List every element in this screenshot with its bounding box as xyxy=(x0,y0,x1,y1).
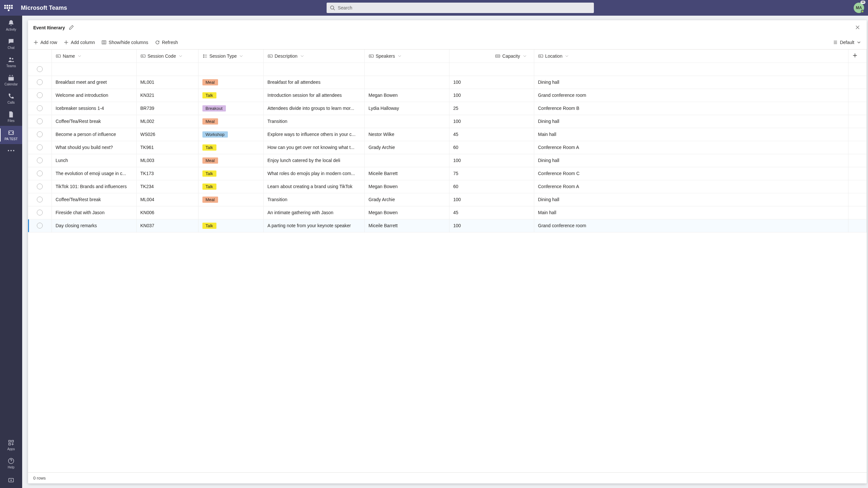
cell-location[interactable]: Grand conference room xyxy=(534,89,848,102)
cell-select[interactable] xyxy=(28,102,52,115)
cell-desc[interactable]: A parting note from your keynote speaker xyxy=(264,219,364,232)
cell-name[interactable]: The evolution of emoji usage in c... xyxy=(52,167,136,180)
cell-select[interactable] xyxy=(28,219,52,232)
add-column-header[interactable] xyxy=(848,50,867,63)
cell-capacity[interactable]: 100 xyxy=(449,75,534,89)
rail-teams[interactable]: Teams xyxy=(0,53,22,71)
cell-speakers[interactable]: Miceile Barrett xyxy=(364,219,449,232)
cell-speakers[interactable]: Nestor Wilke xyxy=(364,128,449,141)
row-checkbox[interactable] xyxy=(37,171,43,176)
filter-capacity[interactable] xyxy=(449,63,534,75)
rail-chat[interactable]: Chat xyxy=(0,35,22,53)
cell-capacity[interactable]: 100 xyxy=(449,193,534,206)
row-checkbox[interactable] xyxy=(37,79,43,85)
cell-code[interactable]: KN037 xyxy=(136,219,198,232)
cell-code[interactable]: KN321 xyxy=(136,89,198,102)
rail-apps[interactable]: Apps xyxy=(0,436,22,454)
cell-desc[interactable]: An intimate gathering with Jason xyxy=(264,206,364,219)
table-row[interactable]: LunchML003MealEnjoy lunch catered by the… xyxy=(28,154,867,167)
cell-speakers[interactable]: Grady Archie xyxy=(364,141,449,154)
cell-desc[interactable]: Explore ways to influence others in your… xyxy=(264,128,364,141)
cell-location[interactable]: Conference Room A xyxy=(534,180,848,193)
row-checkbox[interactable] xyxy=(37,92,43,98)
edit-title-button[interactable] xyxy=(69,25,74,31)
cell-speakers[interactable]: Lydia Halloway xyxy=(364,102,449,115)
cell-name[interactable]: Icebreaker sessions 1-4 xyxy=(52,102,136,115)
cell-select[interactable] xyxy=(28,75,52,89)
cell-type[interactable]: Talk xyxy=(198,219,264,232)
filter-type[interactable] xyxy=(198,63,264,75)
cell-type[interactable]: Talk xyxy=(198,89,264,102)
cell-select[interactable] xyxy=(28,115,52,128)
row-checkbox[interactable] xyxy=(37,210,43,215)
cell-location[interactable]: Dining hall xyxy=(534,193,848,206)
close-button[interactable] xyxy=(854,24,862,32)
user-avatar[interactable]: 99 MA xyxy=(854,3,864,13)
col-desc[interactable]: Description xyxy=(264,50,364,63)
row-checkbox[interactable] xyxy=(37,131,43,137)
table-row[interactable]: Icebreaker sessions 1-4BR739BreakoutAtte… xyxy=(28,102,867,115)
cell-desc[interactable]: Introduction session for all attendees xyxy=(264,89,364,102)
cell-select[interactable] xyxy=(28,154,52,167)
cell-location[interactable]: Main hall xyxy=(534,128,848,141)
cell-type[interactable]: Meal xyxy=(198,193,264,206)
cell-name[interactable]: Fireside chat with Jason xyxy=(52,206,136,219)
cell-speakers[interactable]: Miceile Barrett xyxy=(364,167,449,180)
cell-name[interactable]: Become a person of influence xyxy=(52,128,136,141)
rail-calendar[interactable]: Calendar xyxy=(0,71,22,89)
cell-capacity[interactable]: 75 xyxy=(449,167,534,180)
add-row-button[interactable]: Add row xyxy=(33,38,58,46)
row-checkbox[interactable] xyxy=(37,144,43,150)
row-checkbox[interactable] xyxy=(37,157,43,163)
rail-activity[interactable]: Activity xyxy=(0,16,22,35)
cell-code[interactable]: ML003 xyxy=(136,154,198,167)
table-row[interactable]: What should you build next?TK961TalkHow … xyxy=(28,141,867,154)
cell-speakers[interactable]: Megan Bowen xyxy=(364,206,449,219)
cell-desc[interactable]: Transition xyxy=(264,115,364,128)
cell-desc[interactable]: Breakfast for all attendees xyxy=(264,75,364,89)
table-row[interactable]: Day closing remarksKN037TalkA parting no… xyxy=(28,219,867,232)
cell-location[interactable]: Conference Room A xyxy=(534,141,848,154)
cell-speakers[interactable]: Megan Bowen xyxy=(364,180,449,193)
cell-speakers[interactable] xyxy=(364,115,449,128)
filter-name[interactable] xyxy=(52,63,136,75)
cell-code[interactable]: TK234 xyxy=(136,180,198,193)
cell-capacity[interactable]: 60 xyxy=(449,180,534,193)
cell-type[interactable]: Talk xyxy=(198,167,264,180)
col-location[interactable]: Location xyxy=(534,50,848,63)
cell-type[interactable]: Meal xyxy=(198,75,264,89)
rail-help[interactable]: Help xyxy=(0,454,22,472)
rail-pa-test[interactable]: PA TEST xyxy=(0,126,22,144)
cell-select[interactable] xyxy=(28,193,52,206)
cell-desc[interactable]: Transition xyxy=(264,193,364,206)
cell-name[interactable]: What should you build next? xyxy=(52,141,136,154)
cell-capacity[interactable]: 100 xyxy=(449,89,534,102)
cell-name[interactable]: Day closing remarks xyxy=(52,219,136,232)
cell-select[interactable] xyxy=(28,128,52,141)
col-code[interactable]: Session Code xyxy=(136,50,198,63)
cell-type[interactable]: Workshop xyxy=(198,128,264,141)
col-select[interactable] xyxy=(28,50,52,63)
cell-capacity[interactable]: 100 xyxy=(449,115,534,128)
cell-desc[interactable]: What roles do emojis play in modern com.… xyxy=(264,167,364,180)
row-checkbox[interactable] xyxy=(37,105,43,111)
col-capacity[interactable]: Capacity xyxy=(449,50,534,63)
cell-type[interactable]: Talk xyxy=(198,180,264,193)
cell-type[interactable]: Talk xyxy=(198,141,264,154)
cell-code[interactable]: TK173 xyxy=(136,167,198,180)
search-input[interactable]: Search xyxy=(327,3,594,13)
refresh-button[interactable]: Refresh xyxy=(154,38,179,46)
table-row[interactable]: Welcome and introductionKN321TalkIntrodu… xyxy=(28,89,867,102)
cell-desc[interactable]: Learn about creating a brand using TikTo… xyxy=(264,180,364,193)
cell-name[interactable]: Coffee/Tea/Rest break xyxy=(52,193,136,206)
table-row[interactable]: The evolution of emoji usage in c...TK17… xyxy=(28,167,867,180)
cell-capacity[interactable]: 100 xyxy=(449,219,534,232)
cell-speakers[interactable]: Megan Bowen xyxy=(364,89,449,102)
cell-type[interactable]: Breakout xyxy=(198,102,264,115)
cell-location[interactable]: Dining hall xyxy=(534,75,848,89)
view-selector[interactable]: Default xyxy=(832,38,862,46)
cell-capacity[interactable]: 45 xyxy=(449,128,534,141)
cell-location[interactable]: Main hall xyxy=(534,206,848,219)
row-checkbox[interactable] xyxy=(37,66,43,72)
cell-code[interactable]: ML002 xyxy=(136,115,198,128)
